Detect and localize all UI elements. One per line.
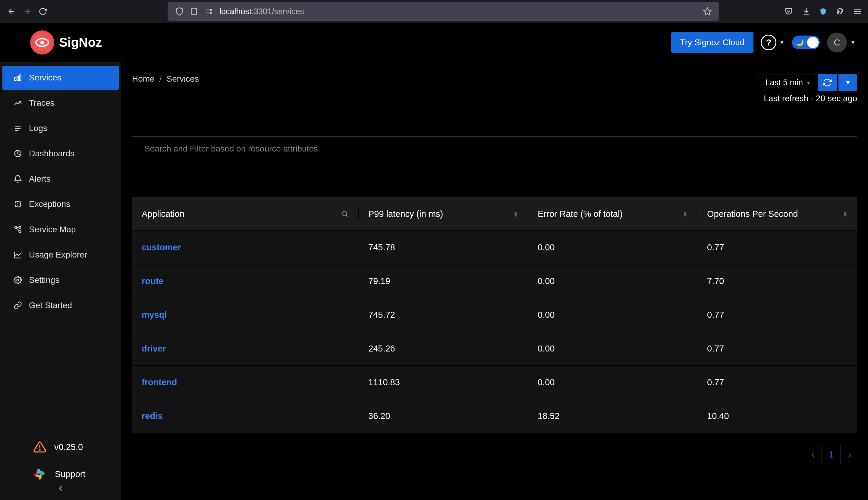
vpn-icon[interactable]: [819, 8, 827, 15]
sidebar-item-label: Traces: [29, 98, 55, 108]
sidebar-item-logs[interactable]: Logs: [2, 116, 119, 140]
column-ops-per-second[interactable]: Operations Per Second ▲▼: [698, 209, 857, 219]
sidebar-item-traces[interactable]: Traces: [2, 91, 119, 115]
breadcrumb-separator: /: [159, 74, 162, 84]
bookmark-icon[interactable]: [703, 7, 712, 16]
sidebar-item-label: Dashboards: [29, 149, 75, 158]
svg-rect-12: [17, 76, 19, 80]
cell-error-rate: 0.00: [528, 276, 698, 286]
column-error-rate[interactable]: Error Rate (% of total) ▲▼: [528, 209, 698, 219]
service-link[interactable]: route: [132, 276, 359, 286]
help-button[interactable]: ? ▼: [761, 35, 785, 50]
table-header: Application P99 latency (in ms) ▲▼ Error…: [132, 197, 857, 230]
refresh-button[interactable]: [818, 74, 837, 91]
svg-point-20: [18, 205, 18, 206]
svg-point-3: [210, 9, 212, 11]
sidebar-item-label: Settings: [29, 275, 59, 285]
app-header: SigNoz Try Signoz Cloud ? ▼ 🌙 C ▼: [0, 23, 868, 62]
pocket-icon[interactable]: [784, 7, 793, 16]
cell-p99: 36.20: [359, 411, 528, 421]
pagination-page-current[interactable]: 1: [822, 445, 841, 464]
browser-forward-button[interactable]: [22, 6, 33, 17]
sidebar-item-label: Get Started: [29, 300, 72, 310]
app-logo[interactable]: SigNoz: [30, 31, 102, 55]
service-link[interactable]: mysql: [132, 310, 359, 320]
permissions-icon: [204, 7, 213, 16]
sidebar-item-usage-explorer[interactable]: Usage Explorer: [2, 243, 119, 267]
table-row: mysql745.720.000.77: [132, 298, 857, 332]
cell-error-rate: 0.00: [528, 242, 698, 252]
service-link[interactable]: redis: [132, 411, 359, 421]
sidebar-item-service-map[interactable]: Service Map: [2, 217, 119, 241]
support-label: Support: [55, 469, 86, 479]
cell-ops: 10.40: [698, 411, 857, 421]
last-refresh-text: Last refresh - 20 sec ago: [764, 94, 857, 103]
cell-p99: 745.72: [359, 310, 528, 320]
service-link[interactable]: frontend: [132, 377, 359, 387]
pagination-next[interactable]: ›: [848, 450, 851, 459]
table-row: frontend1110.830.000.77: [132, 365, 857, 399]
chevron-down-icon: ▼: [850, 39, 856, 46]
cell-error-rate: 18.52: [528, 411, 698, 421]
browser-url-bar[interactable]: localhost:3301/services: [168, 2, 719, 21]
warning-icon: [33, 440, 46, 454]
cell-p99: 1110.83: [359, 377, 528, 387]
svg-rect-13: [20, 75, 21, 81]
svg-marker-5: [704, 8, 711, 15]
column-p99-latency[interactable]: P99 latency (in ms) ▲▼: [359, 209, 528, 219]
sidebar-item-label: Usage Explorer: [29, 250, 87, 260]
sidebar-item-exceptions[interactable]: Exceptions: [2, 192, 119, 216]
shield-icon: [175, 7, 184, 16]
sidebar: ServicesTracesLogsDashboardsAlertsExcept…: [0, 62, 121, 500]
logs-icon: [13, 124, 22, 133]
sidebar-collapse-button[interactable]: [56, 484, 65, 493]
version-row: v0.25.0: [0, 434, 121, 460]
try-cloud-button[interactable]: Try Signoz Cloud: [671, 32, 754, 53]
search-input[interactable]: [144, 144, 845, 154]
sidebar-item-settings[interactable]: Settings: [2, 268, 119, 292]
cell-ops: 0.77: [698, 242, 857, 252]
table-row: driver245.260.000.77: [132, 332, 857, 365]
sort-icon: ▲▼: [843, 211, 847, 217]
pagination-prev[interactable]: ‹: [811, 450, 814, 459]
breadcrumb-home[interactable]: Home: [132, 74, 155, 84]
theme-toggle[interactable]: 🌙: [792, 35, 820, 49]
extensions-icon[interactable]: [835, 7, 845, 16]
cell-p99: 745.78: [359, 242, 528, 252]
table-row: customer745.780.000.77: [132, 230, 857, 264]
app-name: SigNoz: [59, 35, 102, 50]
sidebar-item-dashboards[interactable]: Dashboards: [2, 141, 119, 166]
search-icon[interactable]: [341, 210, 349, 218]
cell-p99: 245.26: [359, 344, 528, 354]
svg-point-23: [19, 227, 21, 229]
time-range-label: Last 5 min: [765, 78, 803, 87]
browser-toolbar: localhost:3301/services: [0, 0, 868, 23]
menu-icon[interactable]: [853, 7, 862, 16]
sidebar-item-label: Logs: [29, 124, 47, 133]
browser-reload-button[interactable]: [37, 6, 48, 17]
browser-back-button[interactable]: [6, 6, 17, 17]
downloads-icon[interactable]: [802, 7, 811, 16]
cell-ops: 0.77: [698, 310, 857, 320]
moon-icon: 🌙: [796, 38, 804, 46]
chevron-down-icon: ▾: [807, 80, 810, 86]
time-range-select[interactable]: Last 5 min ▾: [759, 74, 816, 91]
user-menu[interactable]: C ▼: [827, 33, 856, 53]
service-map-icon: [13, 225, 22, 234]
breadcrumb-current: Services: [166, 74, 199, 84]
refresh-interval-dropdown[interactable]: ▼: [838, 74, 857, 91]
column-application: Application: [132, 209, 359, 219]
service-link[interactable]: customer: [132, 242, 359, 252]
sidebar-item-label: Service Map: [29, 225, 76, 234]
service-link[interactable]: driver: [132, 344, 359, 354]
usage-explorer-icon: [13, 251, 22, 259]
sidebar-item-label: Alerts: [29, 174, 51, 184]
sidebar-item-services[interactable]: Services: [2, 66, 119, 90]
svg-rect-0: [192, 9, 197, 15]
sidebar-item-alerts[interactable]: Alerts: [2, 167, 119, 191]
table-row: redis36.2018.5210.40: [132, 399, 857, 433]
sidebar-item-get-started[interactable]: Get Started: [2, 293, 119, 317]
cell-error-rate: 0.00: [528, 310, 698, 320]
search-filter-bar[interactable]: [132, 136, 857, 161]
sort-icon: ▲▼: [683, 211, 688, 217]
